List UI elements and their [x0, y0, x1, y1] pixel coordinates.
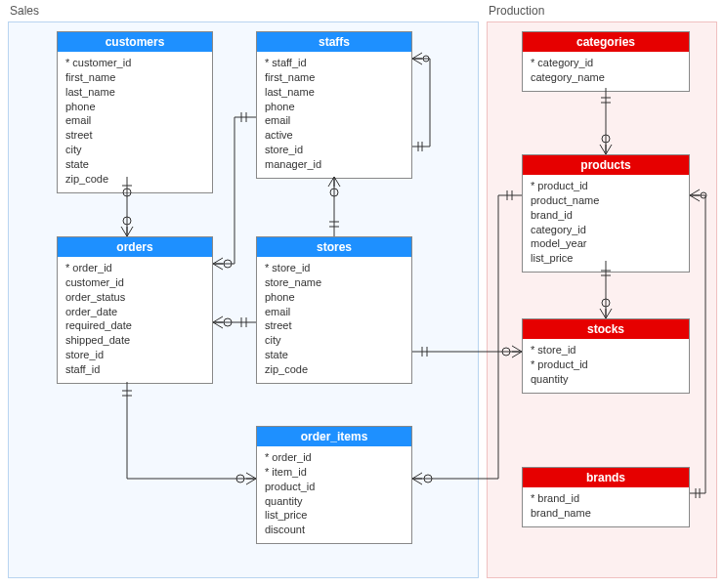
table-header: categories	[523, 32, 689, 52]
table-brands: brands * brand_idbrand_name	[522, 467, 690, 527]
table-body: * store_idstore_namephoneemailstreetcity…	[257, 257, 411, 383]
table-body: * order_idcustomer_idorder_statusorder_d…	[58, 257, 212, 383]
table-column: city	[65, 143, 204, 157]
table-header: orders	[58, 237, 212, 257]
schema-label-production: Production	[489, 4, 544, 18]
table-column: phone	[265, 290, 404, 305]
table-column: model_year	[531, 236, 681, 251]
table-column: * category_id	[531, 56, 681, 70]
table-column: * store_id	[265, 261, 404, 275]
table-header: order_items	[257, 427, 411, 446]
table-column: product_id	[265, 480, 404, 494]
table-column: email	[265, 305, 404, 319]
table-stocks: stocks * store_id* product_idquantity	[522, 318, 690, 394]
table-column: brand_id	[531, 208, 681, 223]
table-column: order_status	[65, 290, 204, 305]
table-column: * store_id	[531, 343, 681, 357]
table-column: list_price	[531, 251, 681, 266]
table-column: state	[65, 157, 204, 172]
table-header: brands	[523, 468, 689, 487]
table-column: first_name	[265, 70, 404, 85]
table-staffs: staffs * staff_idfirst_namelast_namephon…	[256, 31, 412, 179]
table-column: email	[65, 113, 204, 128]
table-column: street	[265, 318, 404, 333]
table-body: * brand_idbrand_name	[523, 487, 689, 526]
table-products: products * product_idproduct_namebrand_i…	[522, 154, 690, 273]
table-column: state	[265, 348, 404, 362]
table-column: email	[265, 113, 404, 128]
schema-label-sales: Sales	[10, 4, 39, 18]
table-column: shipped_date	[65, 333, 204, 348]
table-column: first_name	[65, 70, 204, 85]
table-column: category_id	[531, 223, 681, 237]
table-column: * product_id	[531, 179, 681, 193]
table-column: phone	[65, 100, 204, 114]
table-column: order_date	[65, 305, 204, 319]
table-stores: stores * store_idstore_namephoneemailstr…	[256, 236, 412, 384]
table-column: list_price	[265, 508, 404, 523]
table-orders: orders * order_idcustomer_idorder_status…	[57, 236, 213, 384]
table-column: * order_id	[65, 261, 204, 275]
table-column: * staff_id	[265, 56, 404, 70]
table-column: quantity	[265, 494, 404, 509]
table-customers: customers * customer_idfirst_namelast_na…	[57, 31, 213, 193]
table-column: discount	[265, 523, 404, 537]
table-column: store_id	[65, 348, 204, 362]
table-column: phone	[265, 100, 404, 114]
table-body: * category_idcategory_name	[523, 52, 689, 91]
table-column: * brand_id	[531, 491, 681, 506]
table-column: quantity	[531, 372, 681, 387]
table-column: zip_code	[265, 362, 404, 377]
table-column: city	[265, 333, 404, 348]
table-column: last_name	[65, 85, 204, 100]
table-header: customers	[58, 32, 212, 52]
table-categories: categories * category_idcategory_name	[522, 31, 690, 92]
table-column: store_id	[265, 143, 404, 157]
table-column: street	[65, 128, 204, 143]
table-body: * product_idproduct_namebrand_idcategory…	[523, 175, 689, 272]
table-column: * customer_id	[65, 56, 204, 70]
table-column: * order_id	[265, 450, 404, 465]
table-column: store_name	[265, 275, 404, 290]
table-column: active	[265, 128, 404, 143]
table-column: required_date	[65, 318, 204, 333]
table-order-items: order_items * order_id* item_idproduct_i…	[256, 426, 412, 544]
table-column: category_name	[531, 70, 681, 85]
table-column: product_name	[531, 193, 681, 208]
table-column: customer_id	[65, 275, 204, 290]
table-header: products	[523, 155, 689, 175]
table-body: * staff_idfirst_namelast_namephoneemaila…	[257, 52, 411, 178]
table-body: * order_id* item_idproduct_idquantitylis…	[257, 446, 411, 543]
table-column: last_name	[265, 85, 404, 100]
table-column: zip_code	[65, 172, 204, 187]
table-header: stores	[257, 237, 411, 257]
table-body: * store_id* product_idquantity	[523, 339, 689, 393]
table-column: * item_id	[265, 465, 404, 480]
table-header: stocks	[523, 319, 689, 339]
table-column: manager_id	[265, 157, 404, 172]
table-column: brand_name	[531, 506, 681, 521]
table-column: staff_id	[65, 362, 204, 377]
table-body: * customer_idfirst_namelast_namephoneema…	[58, 52, 212, 192]
table-column: * product_id	[531, 357, 681, 372]
table-header: staffs	[257, 32, 411, 52]
